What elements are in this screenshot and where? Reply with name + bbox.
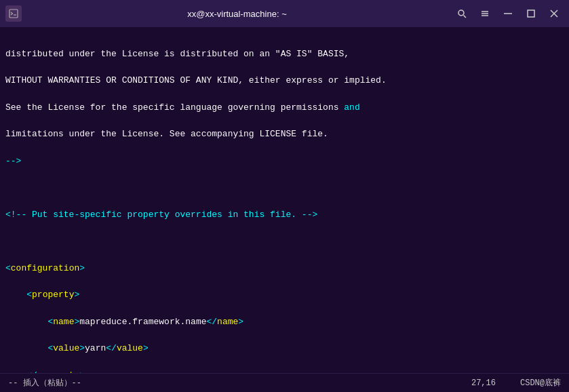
code-content: distributed under the License is distrib…: [0, 31, 569, 373]
svg-point-2: [458, 10, 464, 16]
line-12: <value>yarn</value>: [5, 342, 564, 355]
line-10: <property>: [5, 288, 564, 302]
titlebar-left: [5, 5, 22, 22]
line-1: distributed under the License is distrib…: [5, 47, 564, 61]
titlebar-title: xx@xx-virtual-machine: ~: [22, 9, 452, 19]
status-position: 27,16: [471, 378, 496, 388]
line-3: See the License for the specific languag…: [5, 101, 564, 115]
line-2: WITHOUT WARRANTIES OR CONDITIONS OF ANY …: [5, 74, 564, 87]
terminal-window: xx@xx-virtual-machine: ~: [0, 0, 569, 392]
search-button[interactable]: [452, 4, 471, 23]
titlebar-controls: [452, 4, 564, 23]
line-4: limitations under the License. See accom…: [5, 128, 564, 141]
status-brand: CSDN@底裤: [520, 378, 561, 388]
status-bar: -- 插入（粘贴）-- 27,16 CSDN@底裤: [0, 373, 569, 392]
svg-rect-0: [9, 9, 18, 18]
terminal-icon: [5, 5, 22, 22]
minimize-button[interactable]: [498, 4, 517, 23]
status-right: 27,16 CSDN@底裤: [471, 377, 561, 389]
svg-rect-8: [528, 10, 534, 17]
line-9: <configuration>: [5, 262, 564, 275]
status-mode: -- 插入（粘贴）--: [8, 377, 81, 389]
line-5: -->: [5, 155, 564, 168]
line-8: [5, 235, 564, 248]
menu-button[interactable]: [475, 4, 494, 23]
close-button[interactable]: [545, 4, 564, 23]
titlebar: xx@xx-virtual-machine: ~: [0, 0, 569, 27]
editor-area: distributed under the License is distrib…: [0, 27, 569, 373]
line-6: [5, 181, 564, 195]
svg-line-3: [464, 16, 467, 18]
maximize-button[interactable]: [522, 4, 541, 23]
line-11: <name>mapreduce.framework.name</name>: [5, 315, 564, 329]
line-7: <!-- Put site-specific property override…: [5, 208, 564, 222]
